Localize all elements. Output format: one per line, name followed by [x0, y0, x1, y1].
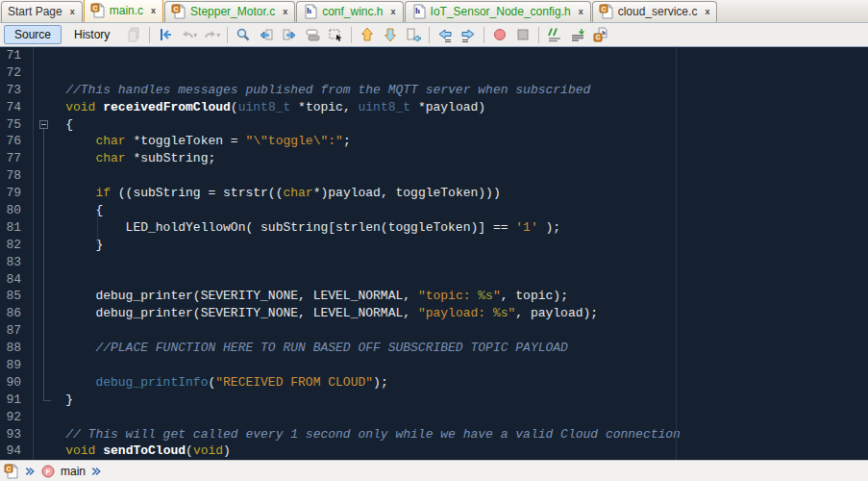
code-line-85[interactable]: 85 debug_printer(SEVERITY_NONE, LEVEL_NO… — [0, 288, 868, 305]
line-number[interactable]: 72 — [0, 64, 34, 82]
code-line-77[interactable]: 77 char *subString; — [0, 150, 868, 167]
line-number[interactable]: 80 — [0, 202, 34, 219]
code-text[interactable]: debug_printer(SEVERITY_NONE, LEVEL_NORMA… — [34, 288, 568, 305]
last-edit-position-icon[interactable] — [155, 24, 176, 45]
code-line-84[interactable]: 84 — [0, 271, 868, 289]
code-text[interactable] — [34, 64, 36, 82]
line-number[interactable]: 84 — [0, 271, 34, 289]
close-icon[interactable]: x — [705, 7, 709, 16]
code-line-75[interactable]: 75 { — [0, 116, 868, 134]
code-text[interactable]: //This handles messages published from t… — [34, 82, 590, 99]
code-line-91[interactable]: 91 } — [0, 392, 868, 409]
comment-icon[interactable] — [544, 24, 565, 45]
code-line-76[interactable]: 76 char *toggleToken = "\"toggle\":"; — [0, 133, 868, 150]
code-line-79[interactable]: 79 if ((subString = strstr((char*)payloa… — [0, 185, 868, 202]
fold-collapse-icon[interactable] — [39, 120, 48, 129]
code-text[interactable]: //PLACE FUNCTION HERE TO RUN BASED OFF S… — [34, 340, 568, 357]
line-number[interactable]: 75 — [0, 116, 34, 134]
code-text[interactable]: void sendToCloud(void) — [34, 443, 231, 460]
uncomment-icon[interactable] — [567, 24, 588, 45]
code-text[interactable]: char *toggleToken = "\"toggle\":"; — [34, 133, 351, 150]
code-text[interactable] — [34, 409, 36, 426]
code-text[interactable]: } — [34, 392, 73, 409]
close-icon[interactable]: x — [391, 7, 396, 16]
code-editor[interactable]: 717273 //This handles messages published… — [0, 47, 868, 460]
line-number[interactable]: 76 — [0, 133, 34, 150]
breadcrumb-function-label[interactable]: main — [61, 465, 86, 478]
line-number[interactable]: 90 — [0, 374, 34, 392]
shift-line-right-icon[interactable] — [458, 24, 479, 45]
code-text[interactable] — [34, 322, 36, 340]
line-number[interactable]: 83 — [0, 254, 34, 271]
code-text[interactable] — [34, 47, 36, 64]
line-number[interactable]: 79 — [0, 185, 34, 202]
code-text[interactable] — [34, 271, 36, 289]
code-line-86[interactable]: 86 debug_printer(SEVERITY_NONE, LEVEL_NO… — [0, 305, 868, 322]
highlight-search-icon[interactable] — [302, 24, 323, 45]
line-number[interactable]: 92 — [0, 409, 34, 426]
find-selection-icon[interactable] — [233, 24, 254, 45]
code-line-81[interactable]: 81 LED_holdYellowOn( subString[strlen(to… — [0, 219, 868, 237]
code-text[interactable]: void receivedFromCloud(uint8_t *topic, u… — [34, 99, 485, 116]
code-line-82[interactable]: 82 } — [0, 237, 868, 254]
code-line-73[interactable]: 73 //This handles messages published fro… — [0, 82, 868, 99]
close-icon[interactable]: x — [283, 7, 287, 16]
code-line-72[interactable]: 72 — [0, 64, 868, 82]
tab-start-page[interactable]: Start Pagex — [1, 1, 83, 22]
rectangular-selection-icon[interactable] — [325, 24, 346, 45]
line-number[interactable]: 77 — [0, 150, 34, 167]
tab-main-c[interactable]: Cmain.cx — [84, 0, 163, 22]
code-line-83[interactable]: 83 — [0, 254, 868, 271]
line-number[interactable]: 73 — [0, 82, 34, 99]
code-text[interactable]: if ((subString = strstr((char*)payload, … — [34, 185, 501, 202]
line-number[interactable]: 91 — [0, 392, 34, 409]
code-text[interactable]: char *subString; — [34, 150, 215, 167]
line-number[interactable]: 87 — [0, 322, 34, 340]
line-number[interactable]: 82 — [0, 237, 34, 254]
code-line-94[interactable]: 94 void sendToCloud(void) — [0, 443, 868, 460]
line-number[interactable]: 93 — [0, 426, 34, 443]
source-view-button[interactable]: Source — [4, 25, 62, 44]
code-line-92[interactable]: 92 — [0, 409, 868, 426]
line-number[interactable]: 94 — [0, 443, 34, 460]
code-line-90[interactable]: 90 debug_printInfo("RECEIVED FROM CLOUD"… — [0, 374, 868, 392]
c-file-icon[interactable]: C — [4, 464, 19, 479]
chevron-right-icon[interactable] — [24, 466, 36, 477]
tab-iot-sensor-node-config-h[interactable]: hIoT_Sensor_Node_config.hx — [405, 1, 591, 22]
code-line-78[interactable]: 78 — [0, 167, 868, 185]
line-number[interactable]: 86 — [0, 305, 34, 322]
close-icon[interactable]: x — [151, 6, 156, 15]
line-number[interactable]: 74 — [0, 99, 34, 116]
code-line-87[interactable]: 87 — [0, 322, 868, 340]
line-number[interactable]: 71 — [0, 47, 34, 64]
code-line-71[interactable]: 71 — [0, 47, 868, 64]
find-next-icon[interactable] — [279, 24, 300, 45]
tab-cloud-service-c[interactable]: Ccloud_service.cx — [592, 1, 718, 22]
close-icon[interactable]: x — [579, 7, 583, 16]
tab-conf-winc-h[interactable]: hconf_winc.hx — [296, 1, 403, 22]
next-bookmark-icon[interactable] — [380, 24, 401, 45]
code-line-88[interactable]: 88 //PLACE FUNCTION HERE TO RUN BASED OF… — [0, 340, 868, 357]
chevron-right-icon[interactable] — [90, 466, 102, 477]
toggle-header-source-icon[interactable]: hC — [590, 24, 611, 45]
tab-stepper-motor-c[interactable]: CStepper_Motor.cx — [164, 1, 295, 22]
line-number[interactable]: 81 — [0, 219, 34, 237]
find-previous-icon[interactable] — [256, 24, 277, 45]
code-text[interactable] — [34, 167, 36, 185]
code-line-93[interactable]: 93 // This will get called every 1 secon… — [0, 426, 868, 443]
toggle-bookmark-icon[interactable] — [403, 24, 424, 45]
previous-bookmark-icon[interactable] — [357, 24, 378, 45]
code-line-74[interactable]: 74 void receivedFromCloud(uint8_t *topic… — [0, 99, 868, 116]
code-text[interactable]: debug_printer(SEVERITY_NONE, LEVEL_NORMA… — [34, 305, 598, 322]
code-text[interactable] — [34, 357, 36, 374]
code-text[interactable]: // This will get called every 1 second o… — [34, 426, 681, 443]
line-number[interactable]: 85 — [0, 288, 34, 305]
history-view-button[interactable]: History — [63, 25, 120, 44]
line-number[interactable]: 88 — [0, 340, 34, 357]
code-text[interactable]: debug_printInfo("RECEIVED FROM CLOUD"); — [34, 374, 388, 392]
code-text[interactable]: LED_holdYellowOn( subString[strlen(toggl… — [34, 219, 560, 237]
close-icon[interactable]: x — [70, 7, 75, 16]
shift-line-left-icon[interactable] — [434, 24, 456, 45]
line-number[interactable]: 89 — [0, 357, 34, 374]
code-text[interactable] — [34, 254, 36, 271]
